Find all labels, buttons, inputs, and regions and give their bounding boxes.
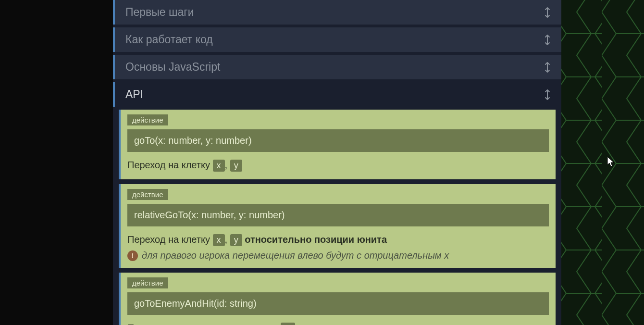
warning-icon: !	[127, 250, 138, 261]
code-param-x: x	[444, 250, 449, 261]
code-param-y: y	[230, 160, 242, 172]
code-param-y: y	[230, 234, 242, 246]
svg-rect-3	[561, 0, 644, 325]
section-title: API	[125, 88, 143, 101]
section-first-steps[interactable]: Первые шаги	[113, 0, 561, 25]
hex-grid-background	[561, 0, 644, 325]
api-description: Переход в сторону противника по id и поп…	[127, 321, 549, 325]
api-signature: goToEnemyAndHit(id: string)	[127, 292, 549, 315]
expand-collapse-icon	[544, 62, 551, 73]
code-param-id: id	[281, 323, 295, 325]
desc-strong: относительно позиции юнита	[242, 234, 387, 245]
api-note: ! для правого игрока перемещения влево б…	[127, 250, 549, 261]
action-tag: действие	[127, 114, 168, 125]
api-description: Переход на клетку x, y относительно пози…	[127, 232, 549, 247]
action-tag: действие	[127, 189, 168, 200]
desc-text: Переход на клетку	[127, 234, 213, 245]
desc-text: Переход на клетку	[127, 160, 213, 170]
section-title: Как работает код	[125, 33, 213, 46]
note-text: для правого игрока перемещения влево буд…	[142, 250, 449, 261]
section-title: Первые шаги	[125, 6, 194, 19]
desc-text: Переход в сторону противника по	[127, 323, 281, 325]
docs-panel: Первые шаги Как работает код Основы Java…	[113, 0, 561, 325]
expand-collapse-icon	[544, 7, 551, 18]
desc-suffix: и попытка атаки, если это возможно	[295, 323, 459, 325]
expand-collapse-icon	[544, 34, 551, 46]
api-card-goto: действие goTo(x: number, y: number) Пере…	[119, 110, 556, 179]
api-body: действие goTo(x: number, y: number) Пере…	[113, 110, 561, 325]
section-api[interactable]: API	[113, 82, 561, 107]
expand-collapse-icon	[544, 89, 551, 100]
note-before: для правого игрока перемещения влево буд…	[142, 250, 444, 261]
desc-sep: ,	[225, 234, 230, 245]
action-tag: действие	[127, 277, 168, 288]
code-param-x: x	[213, 234, 225, 246]
section-title: Основы JavaScript	[125, 61, 220, 74]
left-gutter	[0, 0, 113, 325]
game-board-area	[561, 0, 644, 325]
api-signature: goTo(x: number, y: number)	[127, 129, 549, 152]
desc-sep: ,	[225, 160, 230, 170]
section-how-code-works[interactable]: Как работает код	[113, 27, 561, 52]
mouse-cursor-icon	[607, 156, 616, 168]
code-param-x: x	[213, 160, 225, 172]
api-signature: relativeGoTo(x: number, y: number)	[127, 204, 549, 226]
section-js-basics[interactable]: Основы JavaScript	[113, 55, 561, 79]
api-card-gotoenemy: действие goToEnemyAndHit(id: string) Пер…	[119, 273, 556, 325]
api-description: Переход на клетку x, y	[127, 158, 549, 173]
api-card-relativegoto: действие relativeGoTo(x: number, y: numb…	[119, 184, 556, 268]
